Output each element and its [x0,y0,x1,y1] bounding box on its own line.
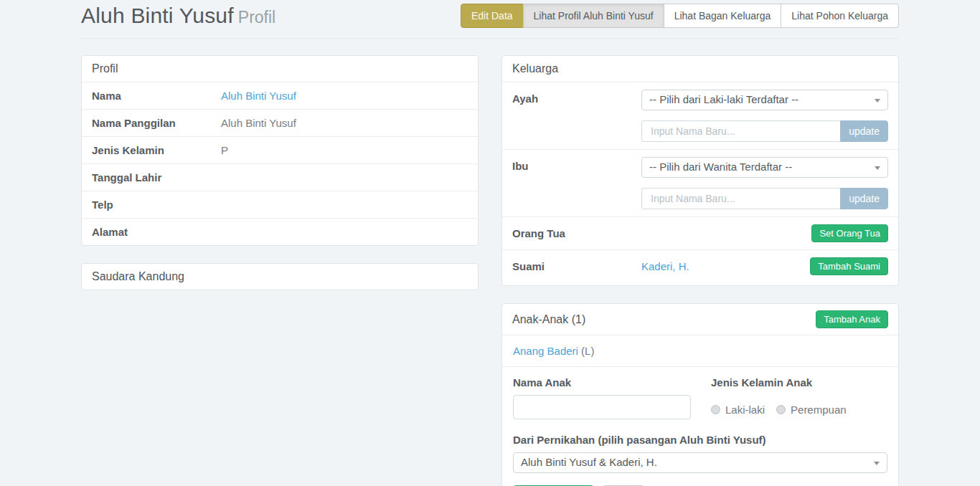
radio-icon[interactable] [776,405,786,414]
ayah-name-input[interactable] [641,120,840,142]
tambah-anak-header-button[interactable]: Tambah Anak [816,310,888,328]
anak-anak-heading: Anak-Anak (1) Tambah Anak [502,304,898,335]
tambah-suami-button[interactable]: Tambah Suami [810,257,888,275]
nama-anak-label: Nama Anak [513,376,701,389]
row-label-telp: Telp [92,199,221,211]
keluarga-panel: Keluarga Ayah -- Pilih dari Laki-laki Te… [501,55,899,286]
saudara-kandung-title: Saudara Kandung [92,270,184,283]
table-row: Alamat [82,218,478,245]
nama-panggilan-value: Aluh Binti Yusuf [221,117,296,129]
keluarga-panel-title: Keluarga [512,62,558,75]
dari-pernikahan-label: Dari Pernikahan (pilih pasangan Aluh Bin… [513,434,887,446]
lihat-bagan-keluarga-button[interactable]: Lihat Bagan Keluarga [664,4,782,28]
page-container: Aluh Binti YusufProfil Edit Data Lihat P… [81,0,899,486]
suami-row: Suami Kaderi, H. Tambah Suami [502,249,898,285]
add-child-form: Nama Anak Jenis Kelamin Anak Laki-laki [502,366,898,486]
radio-perempuan-label: Perempuan [791,404,847,416]
radio-laki-laki-label: Laki-laki [725,404,765,416]
lihat-profil-button[interactable]: Lihat Profil Aluh Binti Yusuf [523,4,664,28]
child-name-link[interactable]: Anang Baderi [513,345,578,357]
jenis-kelamin-anak-group: Jenis Kelamin Anak Laki-laki Perempuan [711,376,887,419]
row-label-jenis-kelamin: Jenis Kelamin [92,144,221,156]
orang-tua-row: Orang Tua Set Orang Tua [502,216,898,249]
ayah-row: Ayah -- Pilih dari Laki-laki Terdaftar -… [502,82,898,149]
page-subtitle: Profil [238,8,275,27]
ayah-select[interactable]: -- Pilih dari Laki-laki Terdaftar -- [641,90,888,110]
profil-panel-heading: Profil [82,56,478,82]
keluarga-panel-heading: Keluarga [502,56,898,82]
lihat-pohon-keluarga-button[interactable]: Lihat Pohon Keluarga [781,4,899,28]
jenis-kelamin-anak-label: Jenis Kelamin Anak [711,376,887,389]
saudara-kandung-panel: Saudara Kandung [81,263,479,290]
main-row: Profil Nama Aluh Binti Yusuf Nama Panggi… [81,55,899,486]
orang-tua-label: Orang Tua [512,227,641,239]
chevron-down-icon [874,462,880,465]
radio-laki-laki[interactable]: Laki-laki [711,404,765,416]
ayah-update-button[interactable]: update [840,120,888,142]
ayah-select-value: -- Pilih dari Laki-laki Terdaftar -- [649,93,798,105]
chevron-down-icon [875,166,880,170]
table-row: Telp [82,191,478,218]
nama-anak-input[interactable] [513,395,691,419]
table-row: Jenis Kelamin P [82,136,478,163]
ibu-controls: -- Pilih dari Wanita Terdaftar -- update [641,157,888,209]
view-switcher-group: Edit Data Lihat Profil Aluh Binti Yusuf … [461,4,899,28]
left-column: Profil Nama Aluh Binti Yusuf Nama Panggi… [81,55,479,486]
ibu-input-group: update [641,188,888,209]
table-row: Nama Panggilan Aluh Binti Yusuf [82,109,478,136]
anak-anak-title: Anak-Anak (1) [512,313,585,326]
ibu-row: Ibu -- Pilih dari Wanita Terdaftar -- up… [502,149,898,216]
pernikahan-select-value: Aluh Binti Yusuf & Kaderi, H. [521,456,657,468]
table-row: Nama Aluh Binti Yusuf [82,82,478,109]
ibu-select[interactable]: -- Pilih dari Wanita Terdaftar -- [641,157,888,178]
page-title: Aluh Binti Yusuf [81,4,234,27]
jenis-kelamin-value: P [221,144,228,156]
row-label-tanggal-lahir: Tanggal Lahir [92,171,221,184]
gender-radio-row: Laki-laki Perempuan [711,404,887,416]
saudara-kandung-heading: Saudara Kandung [82,264,478,290]
row-label-alamat: Alamat [92,226,221,238]
ibu-select-value: -- Pilih dari Wanita Terdaftar -- [649,161,792,173]
table-row: Tanggal Lahir [82,163,478,191]
page-header: Aluh Binti YusufProfil Edit Data Lihat P… [81,0,899,39]
suami-link[interactable]: Kaderi, H. [641,260,689,272]
nama-value-link[interactable]: Aluh Binti Yusuf [221,90,296,102]
page-title-wrap: Aluh Binti YusufProfil [81,4,275,28]
profil-panel: Profil Nama Aluh Binti Yusuf Nama Panggi… [81,55,479,246]
row-label-nama-panggilan: Nama Panggilan [92,117,221,129]
radio-icon[interactable] [711,405,720,414]
nama-anak-field-group: Nama Anak [513,376,701,419]
ayah-input-group: update [641,120,888,142]
edit-data-button[interactable]: Edit Data [461,4,524,28]
right-column: Keluarga Ayah -- Pilih dari Laki-laki Te… [501,55,899,486]
suami-label: Suami [512,260,641,272]
anak-anak-panel: Anak-Anak (1) Tambah Anak Anang Baderi (… [501,303,899,486]
radio-perempuan[interactable]: Perempuan [776,404,847,416]
ayah-controls: -- Pilih dari Laki-laki Terdaftar -- upd… [641,90,888,142]
set-orang-tua-button[interactable]: Set Orang Tua [811,224,888,242]
child-gender-label: (L) [581,345,594,357]
ibu-label: Ibu [512,157,641,172]
profil-panel-title: Profil [92,62,118,75]
chevron-down-icon [875,99,880,103]
ibu-update-button[interactable]: update [840,188,888,209]
ibu-name-input[interactable] [641,188,840,209]
row-label-nama: Nama [92,90,221,102]
ayah-label: Ayah [512,90,641,105]
child-list-item: Anang Baderi (L) [502,335,898,366]
pernikahan-select[interactable]: Aluh Binti Yusuf & Kaderi, H. [513,452,887,473]
